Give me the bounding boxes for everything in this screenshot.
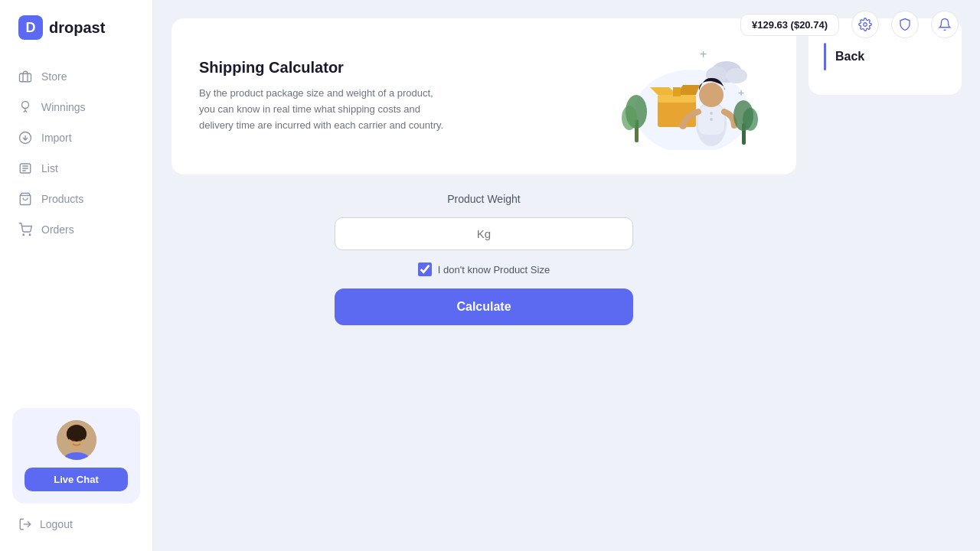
center-panel: Shipping Calculator By the product packa… [172, 18, 796, 331]
svg-point-31 [622, 106, 637, 130]
svg-point-13 [79, 439, 81, 442]
svg-point-36 [710, 118, 713, 121]
live-chat-button[interactable]: Live Chat [24, 468, 128, 491]
sidebar: D dropast Store Winnings Impo [0, 0, 153, 551]
sidebar-label-products: Products [41, 193, 83, 205]
sidebar-item-import[interactable]: Import [0, 122, 152, 153]
logo-text: dropast [49, 19, 105, 37]
hero-card: Shipping Calculator By the product packa… [172, 18, 796, 174]
svg-rect-0 [20, 73, 31, 82]
settings-button[interactable] [851, 11, 879, 38]
hero-description: By the product package size and weight o… [199, 86, 444, 133]
live-chat-card: Live Chat [12, 408, 140, 504]
logout-item[interactable]: Logout [12, 510, 140, 539]
topbar: ¥129.63 ($20.74) [719, 0, 980, 49]
sidebar-label-winnings: Winnings [41, 101, 86, 113]
svg-text:+: + [738, 86, 744, 99]
import-icon [18, 131, 32, 145]
logo-icon: D [18, 15, 43, 40]
svg-point-19 [726, 68, 747, 83]
sidebar-label-import: Import [41, 132, 72, 144]
sidebar-label-orders: Orders [41, 223, 74, 236]
sidebar-bottom: Live Chat Logout [0, 396, 152, 551]
hero-text: Shipping Calculator By the product packa… [199, 59, 444, 133]
main-content: Shipping Calculator By the product packa… [153, 0, 980, 551]
checkbox-row: I don't know Product Size [418, 262, 550, 276]
hero-title: Shipping Calculator [199, 59, 444, 77]
logout-label: Logout [40, 518, 73, 530]
svg-rect-9 [73, 446, 80, 452]
winnings-icon [18, 100, 32, 114]
svg-point-15 [864, 23, 867, 27]
sidebar-item-winnings[interactable]: Winnings [0, 92, 152, 122]
sidebar-item-products[interactable]: Products [0, 184, 152, 214]
product-size-checkbox[interactable] [418, 262, 432, 276]
sidebar-item-store[interactable]: Store [0, 61, 152, 92]
svg-rect-24 [673, 87, 681, 96]
calculate-button[interactable]: Calculate [335, 289, 633, 325]
sidebar-label-store: Store [41, 70, 67, 83]
svg-point-12 [71, 439, 74, 442]
svg-point-27 [699, 83, 724, 107]
balance-badge: ¥129.63 ($20.74) [740, 14, 839, 36]
orders-icon [18, 223, 32, 236]
logo[interactable]: D dropast [0, 0, 152, 55]
weight-label: Product Weight [447, 193, 520, 205]
shield-button[interactable] [891, 11, 919, 38]
sidebar-label-list: List [41, 162, 58, 174]
svg-point-5 [29, 234, 31, 236]
svg-point-35 [710, 112, 713, 115]
back-label: Back [835, 50, 864, 64]
hero-illustration: + + [600, 43, 769, 150]
list-icon [18, 161, 32, 175]
svg-point-34 [743, 108, 758, 131]
checkbox-label[interactable]: I don't know Product Size [438, 264, 550, 276]
svg-point-1 [22, 102, 29, 109]
svg-point-28 [679, 122, 687, 129]
logout-icon [18, 517, 32, 531]
form-area: Product Weight I don't know Product Size… [172, 187, 796, 331]
sidebar-item-list[interactable]: List [0, 153, 152, 184]
bell-button[interactable] [931, 11, 959, 38]
store-icon [18, 70, 32, 83]
weight-input[interactable] [335, 217, 633, 250]
svg-text:+: + [700, 47, 707, 60]
products-icon [18, 192, 32, 206]
svg-point-11 [67, 426, 87, 442]
sidebar-item-orders[interactable]: Orders [0, 214, 152, 245]
avatar [57, 420, 96, 460]
svg-point-4 [23, 234, 24, 236]
